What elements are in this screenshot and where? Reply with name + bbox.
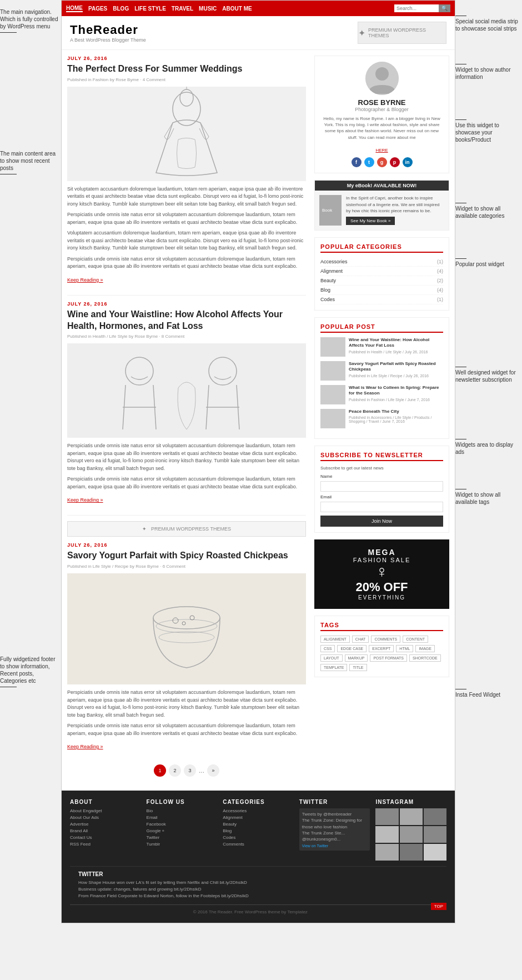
tag-layout[interactable]: LAYOUT [320, 654, 343, 662]
twitter-icon[interactable]: t [364, 157, 374, 167]
top-button[interactable]: TOP [431, 903, 446, 910]
tag-excerpt[interactable]: EXCERPT [369, 645, 394, 652]
footer-cat-link-2[interactable]: Alignment [223, 815, 294, 820]
cat-item-5[interactable]: Codes (1) [320, 295, 443, 304]
mega-sale-ad[interactable]: MEGA FASHION SALE ♀ 20% OFF EVERYTHING [314, 539, 449, 609]
tag-chat[interactable]: CHAT [352, 636, 369, 643]
pagination-dots: ... [199, 767, 204, 774]
book-cta-button[interactable]: See My New Book » [346, 217, 395, 225]
post-1-keep-reading[interactable]: Keep Reading » [67, 277, 103, 283]
cat-item-2[interactable]: Alignment (4) [320, 267, 443, 276]
post-2-title[interactable]: Wine and Your Waistline: How Alcohol Aff… [67, 309, 306, 332]
google-plus-icon[interactable]: g [377, 157, 387, 167]
footer-copyright: © 2016 The Reader. Free WordPress theme … [193, 909, 308, 914]
nav-lifestyle[interactable]: LIFE STYLE [134, 6, 166, 12]
tag-template[interactable]: TEMPLATE [320, 664, 347, 671]
linkedin-icon[interactable]: in [403, 157, 413, 167]
pinterest-icon[interactable]: p [390, 157, 400, 167]
post-3-keep-reading[interactable]: Keep Reading » [67, 744, 103, 749]
left-annotations: The main navigation. Which is fully cont… [0, 0, 61, 923]
footer-cat-link-6[interactable]: Comments [223, 842, 294, 847]
tag-shortcode[interactable]: SHORTCODE [409, 654, 441, 662]
footer-follow-link-3[interactable]: Facebook [147, 822, 218, 827]
nav-blog[interactable]: BLOG [113, 6, 129, 12]
nav-travel[interactable]: TRAVEL [172, 6, 193, 12]
insta-cell-1[interactable] [375, 808, 398, 825]
footer-follow-link-4[interactable]: Google + [147, 828, 218, 833]
insta-cell-3[interactable] [424, 808, 446, 825]
footer-cat-link-4[interactable]: Blog [223, 828, 294, 833]
insta-cell-5[interactable] [400, 826, 423, 843]
footer-follow-link-1[interactable]: Bio [147, 808, 218, 813]
author-read-more[interactable]: HERE [375, 148, 388, 153]
tag-image[interactable]: IMAGE [415, 645, 435, 652]
tag-html[interactable]: HTML [396, 645, 413, 652]
header-ad-banner[interactable]: ✦ PREMIUM WORDPRESS THEMES [358, 22, 446, 44]
insta-cell-9[interactable] [424, 844, 446, 861]
footer-cat-link-1[interactable]: Accessories [223, 808, 294, 813]
post-3-body1: Perspiciatis unde omnis iste natus error… [67, 689, 306, 719]
tag-title[interactable]: TITLE [349, 664, 367, 671]
insta-cell-4[interactable] [375, 826, 398, 843]
pop-post-2-meta: Published in Life Style / Recipe / July … [349, 374, 443, 378]
author-role: Photographer & Blogger [320, 107, 443, 112]
tag-css[interactable]: CSS [320, 645, 335, 652]
pop-post-1-title[interactable]: Wine and Your Waistline: How Alcohol Aff… [349, 337, 443, 349]
pop-post-2-title[interactable]: Savory Yogurt Parfait with Spicy Roasted… [349, 361, 443, 373]
pop-post-1-meta: Published in Health / Life Style / July … [349, 350, 443, 354]
nav-about[interactable]: ABOUT ME [222, 6, 252, 12]
page-next-btn[interactable]: » [207, 764, 219, 777]
cat-item-4[interactable]: Blog (4) [320, 286, 443, 295]
tag-comments[interactable]: COMMENTS [371, 636, 400, 643]
popular-post-2: Savory Yogurt Parfait with Spicy Roasted… [320, 361, 443, 381]
tags-title: TAGS [320, 622, 443, 631]
tag-post-formats[interactable]: POST FORMATS [370, 654, 407, 662]
newsletter-title: SUBSCRIBE TO NEWSLETTER [320, 452, 443, 461]
popular-post-4: Peace Beneath The City Published in Acce… [320, 409, 443, 428]
search-button[interactable]: 🔍 [439, 4, 450, 12]
search-bar: 🔍 [394, 4, 450, 12]
nav-pages[interactable]: PAGES [88, 6, 107, 12]
pop-post-4-title[interactable]: Peace Beneath The City [349, 409, 443, 414]
footer-about-link-3[interactable]: Advertise [70, 822, 141, 827]
facebook-icon[interactable]: f [352, 157, 362, 167]
post-2-keep-reading[interactable]: Keep Reading » [67, 497, 103, 503]
page-3-btn[interactable]: 3 [184, 764, 196, 777]
footer-follow-link-6[interactable]: Tumblr [147, 842, 218, 847]
view-on-twitter[interactable]: View on Twitter [302, 844, 368, 848]
footer-cat-link-3[interactable]: Beauty [223, 822, 294, 827]
nl-name-input[interactable] [320, 481, 443, 492]
footer-follow-link-2[interactable]: Email [147, 815, 218, 820]
tag-markup[interactable]: MARKUP [345, 654, 368, 662]
tag-alignment[interactable]: ALIGNMENT [320, 636, 350, 643]
search-input[interactable] [394, 4, 439, 12]
footer-about-link-5[interactable]: Contact Us [70, 835, 141, 840]
nl-join-button[interactable]: Join Now [320, 516, 443, 527]
post-1-title[interactable]: The Perfect Dress For Summer Weddings [67, 63, 306, 75]
content-ad-banner[interactable]: ✦ PREMIUM WORDPRESS THEMES [67, 521, 306, 537]
page-1-btn[interactable]: 1 [154, 764, 166, 777]
main-area: JULY 26, 2016 The Perfect Dress For Summ… [62, 50, 455, 791]
footer-about-link-2[interactable]: About Our Ads [70, 815, 141, 820]
tag-content[interactable]: CONTENT [403, 636, 428, 643]
post-3-title[interactable]: Savory Yogurt Parfait with Spicy Roasted… [67, 550, 306, 562]
twitter-feed-item-1: How Shape House won over LA's fit set by… [78, 880, 438, 885]
footer-follow-link-5[interactable]: Twitter [147, 835, 218, 840]
nav-home[interactable]: HOME [66, 5, 83, 12]
insta-cell-2[interactable] [400, 808, 423, 825]
tag-edge-case[interactable]: EDGE CASE [337, 645, 367, 652]
footer-cat-link-5[interactable]: Codes [223, 835, 294, 840]
footer-about-link-1[interactable]: About Engadget [70, 808, 141, 813]
cat-item-3[interactable]: Beauty (2) [320, 276, 443, 286]
cat-item-1[interactable]: Accessories (1) [320, 257, 443, 267]
pop-post-3-title[interactable]: What is Wear to Colleen In Spring: Prepa… [349, 385, 443, 397]
pagination: 1 2 3 ... » [67, 764, 306, 777]
nav-music[interactable]: MUSIC [199, 6, 217, 12]
insta-cell-6[interactable] [424, 826, 446, 843]
insta-cell-7[interactable] [375, 844, 398, 861]
nl-email-input[interactable] [320, 502, 443, 512]
insta-cell-8[interactable] [400, 844, 423, 861]
footer-about-link-6[interactable]: RSS Feed [70, 842, 141, 847]
page-2-btn[interactable]: 2 [169, 764, 181, 777]
footer-about-link-4[interactable]: Brand All [70, 828, 141, 833]
